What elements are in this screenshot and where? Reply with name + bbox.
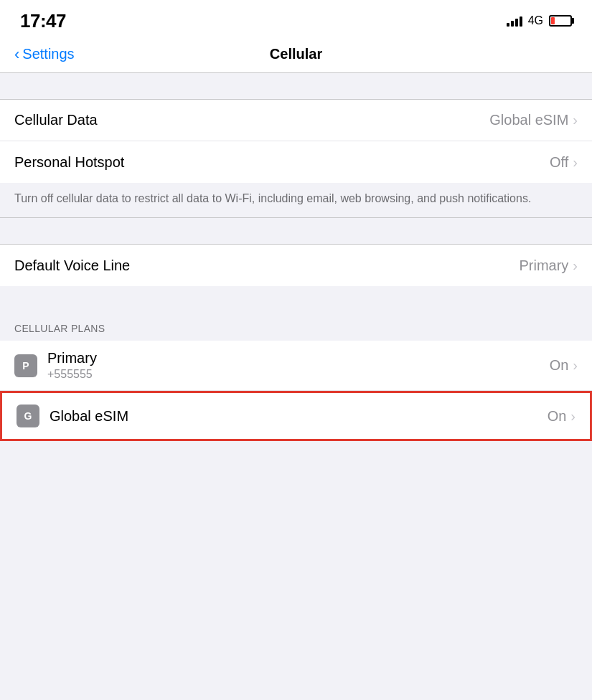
back-label: Settings bbox=[22, 46, 74, 62]
nav-bar: ‹ Settings Cellular bbox=[0, 39, 592, 73]
default-voice-line-row[interactable]: Default Voice Line Primary › bbox=[0, 245, 592, 286]
default-voice-line-chevron-icon: › bbox=[573, 257, 578, 274]
info-text-section: Turn off cellular data to restrict all d… bbox=[0, 183, 592, 218]
default-voice-line-value: Primary bbox=[519, 257, 568, 274]
section-gap-2 bbox=[0, 218, 592, 244]
primary-plan-info: Primary +555555 bbox=[47, 350, 97, 381]
global-esim-chevron-icon: › bbox=[570, 408, 575, 425]
cellular-data-right: Global eSIM › bbox=[489, 112, 578, 128]
primary-plan-left: P Primary +555555 bbox=[14, 350, 97, 381]
global-esim-name: Global eSIM bbox=[50, 408, 128, 425]
default-voice-line-right: Primary › bbox=[519, 257, 578, 274]
cellular-data-value: Global eSIM bbox=[489, 112, 568, 128]
global-esim-row[interactable]: G Global eSIM On › bbox=[0, 391, 592, 441]
cellular-plans-header: CELLULAR PLANS bbox=[0, 312, 592, 341]
global-esim-icon: G bbox=[17, 405, 39, 427]
network-label: 4G bbox=[528, 14, 543, 27]
global-esim-info: Global eSIM bbox=[50, 408, 128, 425]
global-esim-value: On bbox=[548, 408, 567, 425]
page-title: Cellular bbox=[270, 46, 322, 62]
personal-hotspot-label: Personal Hotspot bbox=[14, 154, 124, 171]
section-gap-3 bbox=[0, 286, 592, 312]
global-esim-icon-letter: G bbox=[24, 410, 32, 422]
global-esim-left: G Global eSIM bbox=[17, 405, 128, 427]
signal-icon bbox=[507, 15, 522, 27]
cellular-data-row[interactable]: Cellular Data Global eSIM › bbox=[0, 100, 592, 141]
back-chevron-icon: ‹ bbox=[14, 47, 19, 62]
status-bar: 17:47 4G bbox=[0, 0, 592, 39]
info-text: Turn off cellular data to restrict all d… bbox=[14, 190, 578, 207]
back-button[interactable]: ‹ Settings bbox=[14, 46, 75, 62]
cellular-data-chevron-icon: › bbox=[573, 112, 578, 128]
primary-plan-icon-letter: P bbox=[22, 360, 29, 372]
voice-line-group: Default Voice Line Primary › bbox=[0, 244, 592, 286]
primary-plan-value: On bbox=[550, 357, 569, 374]
default-voice-line-label: Default Voice Line bbox=[14, 257, 130, 274]
personal-hotspot-right: Off › bbox=[550, 154, 578, 171]
cellular-plans-header-text: CELLULAR PLANS bbox=[14, 323, 105, 334]
primary-plan-right: On › bbox=[550, 357, 578, 374]
section-gap-1 bbox=[0, 73, 592, 99]
global-esim-right: On › bbox=[548, 408, 575, 425]
primary-plan-number: +555555 bbox=[47, 368, 97, 381]
personal-hotspot-row[interactable]: Personal Hotspot Off › bbox=[0, 141, 592, 183]
primary-plan-name: Primary bbox=[47, 350, 97, 366]
cellular-data-label: Cellular Data bbox=[14, 112, 98, 128]
primary-plan-icon: P bbox=[14, 354, 37, 377]
primary-plan-chevron-icon: › bbox=[573, 357, 578, 374]
primary-plan-row[interactable]: P Primary +555555 On › bbox=[0, 341, 592, 391]
battery-icon bbox=[549, 15, 572, 27]
personal-hotspot-chevron-icon: › bbox=[573, 154, 578, 171]
main-settings-group: Cellular Data Global eSIM › Personal Hot… bbox=[0, 99, 592, 183]
personal-hotspot-value: Off bbox=[550, 154, 568, 171]
status-time: 17:47 bbox=[20, 10, 66, 32]
status-icons: 4G bbox=[507, 14, 572, 27]
